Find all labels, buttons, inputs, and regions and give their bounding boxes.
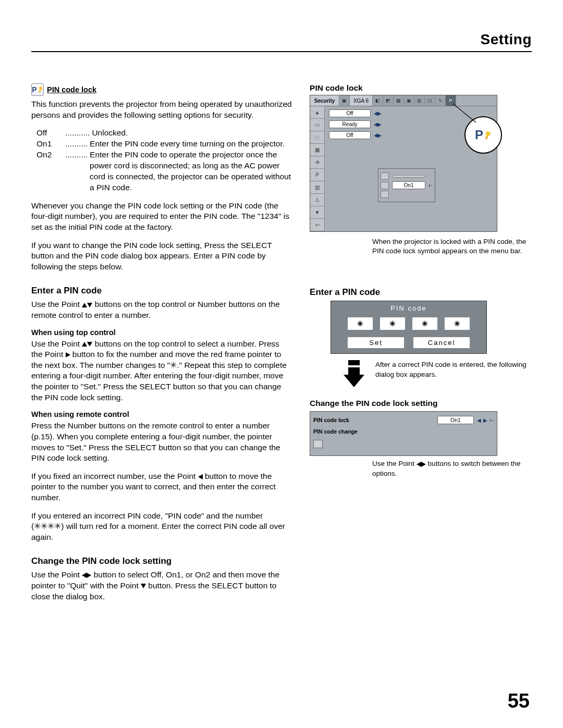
remote-control-heading: When using remote control [31,410,292,418]
osd-side-icon: ▦ [310,144,324,156]
osd-value: Off [329,109,371,117]
option-dots: .......... [65,139,90,150]
point-left-icon [198,472,203,480]
change-lock-paragraph: Use the Point button to select Off, On1,… [31,570,292,602]
pin-lock-change-panel: PIN code lock On1 ◀ ▶ ⇠ PIN code change [310,411,497,456]
osd-side-icon: ✣ [310,156,324,169]
osd-value: Off [329,131,371,139]
osd-exit-icon: ↩ [310,219,324,231]
lock-exit-icon [313,440,323,448]
osd-sub-value: On1 [392,181,425,189]
osd-security-menu: Security ▣ XGA 6 ◧ ◩ ▦ ▣ ▥ ◳ ✎ P [310,95,497,232]
option-row: Off ........... Unlocked. [36,128,292,139]
osd-topbar-icon: ▥ [414,95,425,106]
option-dots: .......... [65,150,90,193]
point-right-icon [66,350,70,359]
pin-code-dialog: PIN code ✳ ✳ ✳ ✳ Set Cancel [331,301,487,354]
fix-number-paragraph: If you fixed an incorrect number, use th… [31,471,292,503]
point-updown-icon [82,339,92,348]
osd-enter-icon: ⇠ [429,182,433,188]
arrow-right-icon: ▶ [483,417,487,423]
callout-leader-line [453,102,484,133]
wrong-pin-paragraph: If you entered an incorrect PIN code, "P… [31,511,292,543]
osd-down-icon: ▼ [310,206,324,219]
text-fragment: Use the Point [31,339,82,348]
right-column: PIN code lock Security ▣ XGA 6 ◧ ◩ ▦ ▣ ▥… [310,83,532,609]
option-term: Off [36,128,65,139]
osd-side-icon: P [310,169,324,181]
pin-digit-box: ✳ [445,317,470,330]
pin-digit-box: ✳ [412,317,437,330]
pin-instructions-paragraph: If you want to change the PIN code lock … [31,240,292,273]
osd-side-icon: ▭ [310,119,324,131]
osd-side-icon: ⚠ [310,194,324,206]
enter-icon: ⇠ [489,417,494,423]
osd-topbar-icon: ▣ [404,95,414,106]
intro-paragraph: This function prevents the projector fro… [31,99,292,120]
osd-sub-blank [392,175,425,177]
option-def: Unlocked. [92,128,292,139]
lock-panel-caption: Use the Point buttons to switch between … [372,459,532,478]
pin-digit-box: ✳ [380,317,405,330]
option-row: On1 .......... Enter the PIN code every … [36,139,292,150]
osd-sidebar: ▲ ▭ ◌ ▦ ✣ P ▥ ⚠ ▼ ↩ [310,106,325,231]
pin-lock-icon: P🔑 [31,83,44,96]
osd-pin-icon [381,182,389,189]
osd-topbar-icon: ✎ [435,95,446,106]
point-leftright-icon [82,570,91,579]
lock-row-label: PIN code lock [313,417,391,423]
osd-security-label: Security [310,95,339,106]
osd-mode-label: XGA 6 [350,95,373,106]
enter-pin-heading: Enter a PIN code [31,286,292,296]
osd-topbar-icon: ◳ [425,95,435,106]
arrow-left-icon: ◀ [477,417,481,423]
svg-rect-1 [348,360,360,365]
option-row: On2 .......... Enter the PIN code to ope… [36,150,292,193]
osd-topbar-icon: ▣ [339,95,350,106]
osd-topbar-icon: ◧ [373,95,383,106]
osd-value: Ready [329,120,371,128]
pin-default-paragraph: Whenever you change the PIN code lock se… [31,201,292,233]
option-term: On1 [36,139,65,150]
osd-side-icon: ◌ [310,131,324,144]
lock-row-label: PIN code change [313,428,391,435]
right-pin-lock-heading: PIN code lock [310,83,532,93]
header-divider [31,51,532,52]
right-enter-pin-heading: Enter a PIN code [310,287,532,298]
pin-dialog-title: PIN code [331,301,486,317]
osd-up-icon: ▲ [310,106,324,119]
svg-rect-2 [348,367,360,375]
pin-lock-heading: PIN code lock [47,85,96,94]
svg-line-0 [453,104,476,122]
osd-topbar-icon: ▦ [394,95,404,106]
osd-topbar-icon: ◩ [383,95,394,106]
text-fragment: Use the Point [372,460,417,467]
option-dots: ........... [65,128,92,139]
lock-row-value: On1 [437,416,474,424]
text-fragment: If you fixed an incorrect number, use th… [31,472,198,480]
pin-cancel-button: Cancel [413,337,470,348]
point-updown-icon [82,300,92,309]
svg-marker-3 [344,375,364,387]
option-def: Enter the PIN code every time turning on… [90,139,292,150]
enter-pin-paragraph: Use the Point buttons on the top control… [31,299,292,320]
options-list: Off ........... Unlocked. On1 ..........… [36,128,292,193]
text-fragment: Use the Point [31,300,82,309]
osd-side-icon: ▥ [310,181,324,194]
text-fragment: Use the Point [31,570,82,579]
top-control-paragraph: Use the Point buttons on the top control… [31,339,292,403]
option-term: On2 [36,150,65,193]
point-leftright-icon [417,460,426,467]
left-column: P🔑 PIN code lock This function prevents … [31,83,292,609]
flow-arrow-down-icon [340,359,368,390]
page-header-title: Setting [31,31,532,51]
top-control-heading: When using top control [31,328,292,337]
point-down-icon [141,581,146,590]
change-lock-heading: Change the PIN code lock setting [31,556,292,566]
osd-lock-icon [381,172,389,180]
osd-leftright-arrows-icon: ◀▶ [374,132,381,138]
pin-result-caption: After a correct PIN code is entered, the… [375,357,532,379]
pin-digit-box: ✳ [348,317,373,330]
osd-sub-panel: On1⇠ [378,168,435,202]
remote-control-paragraph: Press the Number buttons on the remote c… [31,421,292,463]
